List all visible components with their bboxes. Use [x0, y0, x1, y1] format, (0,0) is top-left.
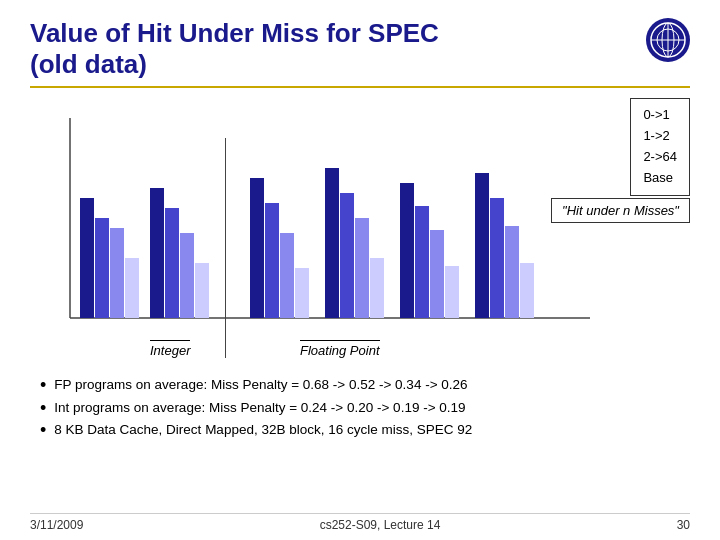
svg-rect-18: [295, 268, 309, 318]
x-label-integer: Integer: [150, 340, 190, 358]
bullet-dot-2: •: [40, 399, 46, 417]
bullet-text-1: FP programs on average: Miss Penalty = 0…: [54, 376, 467, 394]
legend-item-0: 0->1: [643, 105, 677, 126]
slide-container: Value of Hit Under Miss for SPEC (old da…: [0, 0, 720, 540]
svg-rect-12: [165, 208, 179, 318]
header: Value of Hit Under Miss for SPEC (old da…: [30, 18, 690, 88]
svg-rect-11: [150, 188, 164, 318]
bullet-item-3: • 8 KB Data Cache, Direct Mapped, 32B bl…: [40, 421, 690, 439]
footer-center: cs252-S09, Lecture 14: [320, 518, 441, 532]
legend-item-3: Base: [643, 168, 677, 189]
bar-chart: [30, 118, 620, 338]
bullet-text-3: 8 KB Data Cache, Direct Mapped, 32B bloc…: [54, 421, 472, 439]
svg-rect-27: [475, 173, 489, 318]
content-area: 0->1 1->2 2->64 Base "Hit under n Misses…: [30, 98, 690, 443]
svg-rect-13: [180, 233, 194, 318]
slide-title: Value of Hit Under Miss for SPEC (old da…: [30, 18, 439, 80]
svg-rect-10: [125, 258, 139, 318]
svg-rect-17: [280, 233, 294, 318]
svg-rect-29: [505, 226, 519, 318]
title-line2: (old data): [30, 49, 147, 79]
legend-item-2: 2->64: [643, 147, 677, 168]
svg-rect-15: [250, 178, 264, 318]
bullet-dot-3: •: [40, 421, 46, 439]
svg-rect-24: [415, 206, 429, 318]
bullet-dot-1: •: [40, 376, 46, 394]
svg-rect-7: [80, 198, 94, 318]
svg-rect-16: [265, 203, 279, 318]
bullets-section: • FP programs on average: Miss Penalty =…: [30, 376, 690, 443]
svg-rect-9: [110, 228, 124, 318]
x-label-floating: Floating Point: [300, 340, 380, 358]
bullet-item-1: • FP programs on average: Miss Penalty =…: [40, 376, 690, 394]
svg-rect-30: [520, 263, 534, 318]
institution-logo: [646, 18, 690, 62]
svg-rect-26: [445, 266, 459, 318]
legend-box: 0->1 1->2 2->64 Base: [630, 98, 690, 195]
svg-rect-19: [325, 168, 339, 318]
footer-date: 3/11/2009: [30, 518, 83, 532]
bullet-item-2: • Int programs on average: Miss Penalty …: [40, 399, 690, 417]
svg-rect-22: [370, 258, 384, 318]
chart-region: 0->1 1->2 2->64 Base "Hit under n Misses…: [30, 98, 690, 368]
svg-rect-25: [430, 230, 444, 318]
svg-rect-20: [340, 193, 354, 318]
footer-page: 30: [677, 518, 690, 532]
svg-rect-8: [95, 218, 109, 318]
legend-item-1: 1->2: [643, 126, 677, 147]
svg-rect-23: [400, 183, 414, 318]
svg-rect-21: [355, 218, 369, 318]
svg-rect-28: [490, 198, 504, 318]
title-line1: Value of Hit Under Miss for SPEC: [30, 18, 439, 48]
footer: 3/11/2009 cs252-S09, Lecture 14 30: [30, 513, 690, 532]
bullet-text-2: Int programs on average: Miss Penalty = …: [54, 399, 465, 417]
svg-rect-14: [195, 263, 209, 318]
